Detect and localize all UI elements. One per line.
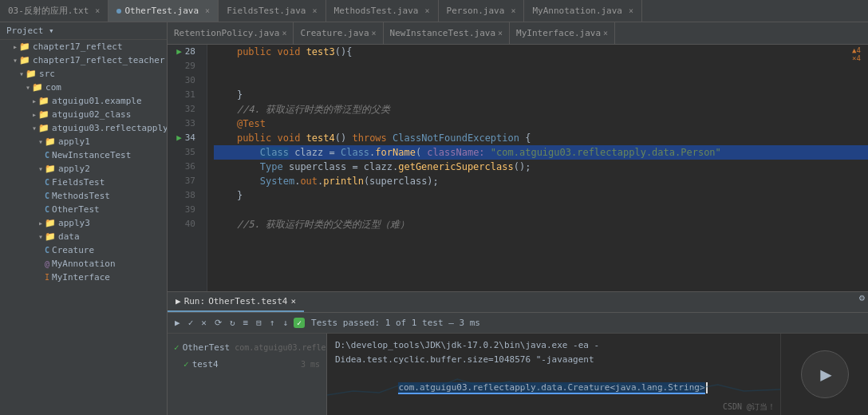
- tab-fieldstest[interactable]: FieldsTest.java ×: [219, 0, 326, 22]
- rerun-btn[interactable]: ⟳: [212, 316, 224, 330]
- arrow-icon: ▸: [32, 97, 37, 105]
- code-line-40: //5. 获取运行时类的父类的泛型（难）: [214, 217, 868, 231]
- sidebar-item-othertest[interactable]: C OtherTest: [0, 203, 167, 216]
- line-34: ▶34: [168, 131, 200, 145]
- sidebar-item-chapter17-reflect-teacher[interactable]: ▾ 📁 chapter17_reflect_teacher: [0, 53, 167, 67]
- close-btn[interactable]: ✕: [199, 316, 209, 330]
- tab-othertest[interactable]: OtherTest.java ×: [108, 0, 219, 22]
- sidebar-item-atguigu01[interactable]: ▸ 📁 atguigu01.example: [0, 94, 167, 108]
- arrow-icon: ▾: [38, 232, 43, 241]
- tab-project-txt[interactable]: 03-反射的应用.txt ×: [0, 0, 108, 22]
- filter-btn[interactable]: ⊟: [254, 316, 264, 330]
- sidebar-item-com[interactable]: ▾ 📁 com: [0, 81, 167, 94]
- tab-myinterface[interactable]: MyInterface.java ×: [510, 22, 615, 44]
- line-31: 31: [168, 88, 200, 102]
- sidebar-item-src[interactable]: ▾ 📁 src: [0, 67, 167, 81]
- close-icon[interactable]: ×: [603, 29, 608, 38]
- tab-label: MyInterface.java: [516, 28, 601, 38]
- test-item-othertest[interactable]: ✓ OtherTest com.atguigu03.reflect 3 ms: [168, 337, 326, 358]
- tab-label: Creature.java: [300, 28, 369, 38]
- close-icon[interactable]: ×: [424, 6, 429, 15]
- annotation-icon: @: [45, 259, 49, 268]
- sidebar-item-creature[interactable]: C Creature: [0, 243, 167, 257]
- tab-label: OtherTest.java: [124, 6, 199, 16]
- bottom-content: ✓ OtherTest com.atguigu03.reflect 3 ms ✓…: [168, 334, 868, 415]
- play-button[interactable]: ▶: [801, 350, 849, 398]
- line-40: 40: [168, 217, 200, 231]
- tab-newinstancetest[interactable]: NewInstanceTest.java ×: [384, 22, 510, 44]
- code-line-32: //4. 获取运行时类的带泛型的父类: [214, 102, 868, 117]
- code-editor[interactable]: ▶28 29 30 31 32 33 ▶34 35 36 37 38 39 40…: [168, 45, 868, 291]
- sidebar-item-newinstancetest[interactable]: C NewInstanceTest: [0, 148, 167, 162]
- down-btn[interactable]: ↓: [280, 316, 290, 330]
- java-icon: C: [45, 246, 49, 255]
- close-icon[interactable]: ×: [95, 6, 100, 15]
- close-icon[interactable]: ×: [290, 296, 296, 306]
- tree-item-label: chapter17_reflect: [33, 42, 123, 52]
- arrow-icon: ▾: [32, 124, 37, 132]
- line-28: ▶28: [168, 45, 200, 59]
- test-class-detail: com.atguigu03.reflect: [235, 343, 327, 352]
- tab-methodstest[interactable]: MethodsTest.java ×: [326, 0, 439, 22]
- sidebar-item-apply1[interactable]: ▾ 📁 apply1: [0, 135, 167, 148]
- arrow-icon: ▾: [38, 164, 43, 173]
- close-icon[interactable]: ×: [312, 6, 317, 15]
- sort-btn[interactable]: ≡: [241, 316, 251, 330]
- margin-indicators: ▲4 ×4: [852, 45, 868, 62]
- pass-icon: ✓: [183, 359, 189, 370]
- tree-item-label: com: [45, 82, 61, 93]
- tab-creature[interactable]: Creature.java ×: [294, 22, 383, 44]
- bottom-panel: ▶ Run: OtherTest.test4 × ⚙ ▶ ✓ ✕ ⟳ ↻ ≡ ⊟…: [168, 291, 868, 415]
- close-icon[interactable]: ×: [629, 6, 633, 15]
- test-tree: ✓ OtherTest com.atguigu03.reflect 3 ms ✓…: [168, 334, 327, 415]
- folder-icon: 📁: [19, 55, 30, 65]
- editor-container: RetentionPolicy.java × Creature.java × N…: [168, 22, 868, 415]
- tree-item-label: MethodsTest: [52, 191, 110, 201]
- test-item-test4[interactable]: ✓ test4 3 ms: [168, 358, 326, 371]
- run-btn[interactable]: ▶: [172, 316, 183, 330]
- watermark: CSDN @订当！: [723, 401, 775, 413]
- tree-item-label: MyAnnotation: [52, 259, 115, 269]
- close-icon[interactable]: ×: [205, 6, 210, 15]
- tab-label: Person.java: [447, 6, 505, 16]
- sidebar-item-apply2[interactable]: ▾ 📁 apply2: [0, 162, 167, 176]
- sidebar-item-myinterface[interactable]: I MyInterface: [0, 271, 167, 284]
- tree-item-label: apply2: [58, 164, 90, 174]
- sidebar-item-data[interactable]: ▾ 📁 data: [0, 230, 167, 243]
- sidebar-item-apply3[interactable]: ▸ 📁 apply3: [0, 216, 167, 230]
- close-icon[interactable]: ×: [372, 29, 377, 38]
- tab-retentionpolicy[interactable]: RetentionPolicy.java ×: [168, 22, 294, 44]
- settings-icon[interactable]: ⚙: [856, 292, 868, 312]
- sidebar-item-atguigu02[interactable]: ▸ 📁 atguigu02_class: [0, 108, 167, 121]
- close-icon[interactable]: ×: [511, 6, 515, 15]
- output-area[interactable]: D:\develop_tools\JDK\jdk-17.0.2\bin\java…: [327, 334, 780, 415]
- line-32: 32: [168, 102, 200, 117]
- tab-myannotation[interactable]: MyAnnotation.java ×: [524, 0, 642, 22]
- tab-person[interactable]: Person.java ×: [439, 0, 525, 22]
- bottom-tab-bar: ▶ Run: OtherTest.test4 × ⚙: [168, 292, 868, 313]
- up-btn[interactable]: ↑: [267, 316, 278, 330]
- tree-item-label: atguigu01.example: [52, 96, 142, 106]
- code-line-37: System.out.println(superclass);: [214, 174, 868, 188]
- sidebar-item-myannotation[interactable]: @ MyAnnotation: [0, 257, 167, 271]
- arrow-icon: ▸: [32, 110, 37, 119]
- sidebar-item-atguigu03[interactable]: ▾ 📁 atguigu03.reflectapply: [0, 121, 167, 135]
- tree-item-label: MyInterface: [52, 272, 110, 283]
- tab-run[interactable]: ▶ Run: OtherTest.test4 ×: [168, 292, 304, 312]
- folder-icon: 📁: [45, 218, 56, 228]
- close-icon[interactable]: ×: [498, 29, 503, 38]
- sidebar-item-methodstest[interactable]: C MethodsTest: [0, 189, 167, 203]
- folder-icon: 📁: [38, 123, 49, 133]
- check-btn[interactable]: ✓: [186, 316, 196, 330]
- test-time: 3 ms: [301, 360, 320, 369]
- folder-icon: 📁: [19, 42, 30, 52]
- sidebar-item-fieldstest[interactable]: C FieldsTest: [0, 176, 167, 189]
- sidebar-item-chapter17-reflect[interactable]: ▸ 📁 chapter17_reflect: [0, 40, 167, 53]
- play-icon: ▶: [820, 363, 831, 385]
- close-icon[interactable]: ×: [282, 29, 286, 38]
- java-icon: C: [45, 151, 49, 160]
- line-33: 33: [168, 117, 200, 131]
- line-36: 36: [168, 160, 200, 174]
- rerun-failed-btn[interactable]: ↻: [227, 316, 238, 330]
- folder-icon: 📁: [45, 231, 56, 242]
